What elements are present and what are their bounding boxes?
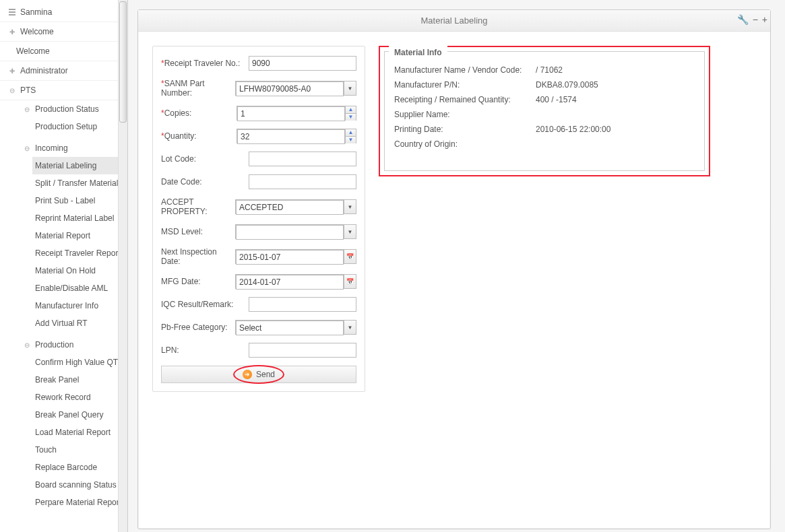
pb-free-label: Pb-Free Category: [161, 323, 231, 332]
accept-property-label: ACCEPT PROPERTY: [161, 197, 231, 216]
next-inspection-label: Next Inspection Date: [161, 247, 231, 266]
sidebar-item-incoming-4[interactable]: Material Report [32, 227, 127, 244]
spinner-down-icon[interactable]: ▼ [346, 114, 356, 121]
info-row: Manufacturer Name / Vendor Code:/ 71062 [394, 63, 695, 77]
sidebar-item-welcome2[interactable]: Welcome [0, 42, 127, 61]
calendar-icon[interactable]: 📅 [344, 250, 356, 263]
sidebar-item-incoming-0[interactable]: Material Labeling [32, 157, 127, 174]
sidebar-item-label: Split / Transfer Material [35, 178, 118, 188]
app-root: Sanmina ✚ Welcome Welcome ✚ Administrato… [0, 0, 785, 532]
date-code-label: Date Code: [161, 177, 245, 187]
sidebar-item-label: Receipt Traveler Report [35, 248, 121, 258]
sidebar-item-production-7[interactable]: Board scanning Status [32, 476, 127, 494]
panel-header: Material Labeling 🔧 − + [138, 10, 770, 32]
spinner-up-icon[interactable]: ▲ [346, 106, 356, 114]
calendar-icon[interactable]: 📅 [344, 275, 356, 288]
sidebar-item-incoming-6[interactable]: Material On Hold [32, 262, 127, 279]
material-info-title: Material Info [389, 45, 447, 61]
info-value: 2010-06-15 22:00:00 [536, 125, 610, 134]
dropdown-icon[interactable]: ▼ [344, 81, 356, 95]
info-row: Supplier Name: [394, 107, 695, 122]
sidebar-item-label: PTS [20, 86, 36, 95]
sidebar-item-label: Confirm High Value QTY [35, 358, 123, 367]
sidebar-item-incoming-2[interactable]: Print Sub - Label [32, 192, 127, 209]
sanm-part-input[interactable] [236, 81, 344, 96]
sidebar-item-incoming-5[interactable]: Receipt Traveler Report [32, 244, 127, 262]
dropdown-icon[interactable]: ▼ [344, 225, 356, 238]
msd-level-input[interactable] [236, 225, 344, 240]
sidebar-item-label: Production [35, 340, 73, 350]
sidebar-scroll-thumb[interactable] [119, 1, 127, 123]
dropdown-icon[interactable]: ▼ [344, 200, 356, 213]
form-panel: *Receipt Traveler No.: *SANM Part Number… [152, 46, 365, 392]
sidebar-item-pts[interactable]: ⊖ PTS [0, 81, 127, 100]
sidebar-item-label: Replace Barcode [35, 463, 97, 472]
sidebar-item-label: Material Labeling [35, 161, 96, 170]
minus-icon: ⊖ [23, 341, 31, 349]
sidebar-item-label: Load Material Report [35, 428, 111, 437]
sidebar-item-incoming-7[interactable]: Enable/Disable AML [32, 279, 127, 297]
sidebar-item-production[interactable]: ⊖ Production [20, 336, 127, 354]
dropdown-icon[interactable]: ▼ [344, 321, 356, 334]
sidebar-item-label: Incoming [35, 143, 68, 153]
sidebar-item-production-8[interactable]: Perpare Material Report [32, 494, 127, 511]
sidebar-item-incoming-9[interactable]: Add Virtual RT [32, 314, 127, 332]
send-button[interactable]: ➜ Send [161, 366, 356, 383]
sidebar-item-production-3[interactable]: Break Panel Query [32, 406, 127, 424]
sidebar-item-incoming-1[interactable]: Split / Transfer Material [32, 174, 127, 192]
sidebar-item-label: Production Status [35, 104, 99, 114]
spinner-up-icon[interactable]: ▲ [346, 129, 356, 137]
sidebar-item-production-4[interactable]: Load Material Report [32, 424, 127, 441]
sidebar-item-label: Perpare Material Report [35, 498, 121, 507]
lot-code-input[interactable] [249, 152, 356, 166]
sidebar-item-production-2[interactable]: Rework Record [32, 389, 127, 406]
info-label: Manufacturer Name / Vendor Code: [394, 65, 536, 75]
info-label: Printing Date: [394, 125, 536, 134]
sidebar-item-welcome[interactable]: ✚ Welcome [0, 22, 127, 42]
receipt-traveler-input[interactable] [249, 56, 356, 71]
next-inspection-input[interactable] [236, 250, 344, 265]
quantity-input[interactable] [237, 129, 345, 144]
sidebar-item-incoming[interactable]: ⊖ Incoming [20, 139, 127, 157]
sidebar-scrollbar[interactable] [118, 0, 127, 532]
expand-icon[interactable]: + [762, 14, 767, 25]
sidebar-item-production-status[interactable]: ⊖ Production Status [20, 100, 127, 118]
date-code-input[interactable] [249, 174, 356, 189]
sidebar-item-label: Welcome [16, 46, 50, 56]
minimize-icon[interactable]: − [753, 14, 758, 25]
copies-input[interactable] [237, 106, 345, 121]
sidebar-item-production-0[interactable]: Confirm High Value QTY [32, 354, 127, 371]
sidebar-item-label: Enable/Disable AML [35, 284, 108, 293]
sidebar-item-label: Production Setup [35, 122, 97, 131]
mfg-date-input[interactable] [236, 275, 344, 290]
material-info-panel: Material Info Manufacturer Name / Vendor… [384, 51, 705, 171]
sidebar-item-label: Rework Record [35, 393, 91, 402]
sidebar-item-label: Board scanning Status [35, 480, 117, 490]
minus-icon: ⊖ [23, 144, 31, 152]
sidebar-root-sanmina[interactable]: Sanmina [0, 3, 127, 22]
sidebar-item-label: Reprint Material Label [35, 213, 114, 223]
spinner-down-icon[interactable]: ▼ [346, 137, 356, 143]
sidebar-item-production-6[interactable]: Replace Barcode [32, 459, 127, 476]
send-arrow-icon: ➜ [243, 370, 252, 379]
accept-property-input[interactable] [236, 200, 344, 215]
menu-icon [8, 8, 16, 16]
main-area: Material Labeling 🔧 − + *Receipt Travele… [128, 0, 785, 532]
sidebar-item-production-5[interactable]: Touch [32, 441, 127, 459]
sidebar-item-label: Welcome [20, 27, 54, 36]
info-label: Country of Origin: [394, 139, 536, 149]
sidebar-item-label: Material Report [35, 231, 90, 240]
lpn-input[interactable] [249, 343, 356, 358]
wrench-icon[interactable]: 🔧 [737, 14, 749, 25]
sidebar-item-incoming-3[interactable]: Reprint Material Label [32, 209, 127, 227]
sidebar-item-production-1[interactable]: Break Panel [32, 371, 127, 389]
sidebar-item-administrator[interactable]: ✚ Administrator [0, 61, 127, 81]
sidebar-item-production-setup[interactable]: Production Setup [32, 118, 127, 135]
info-label: Manufacturer P/N: [394, 80, 536, 90]
iqc-result-input[interactable] [249, 297, 356, 312]
plus-icon: ✚ [8, 28, 16, 36]
sidebar-item-incoming-8[interactable]: Manufacturer Info [32, 297, 127, 314]
sidebar: Sanmina ✚ Welcome Welcome ✚ Administrato… [0, 0, 128, 532]
material-info-highlight: Material Info Manufacturer Name / Vendor… [379, 46, 710, 176]
pb-free-input[interactable] [236, 321, 344, 335]
